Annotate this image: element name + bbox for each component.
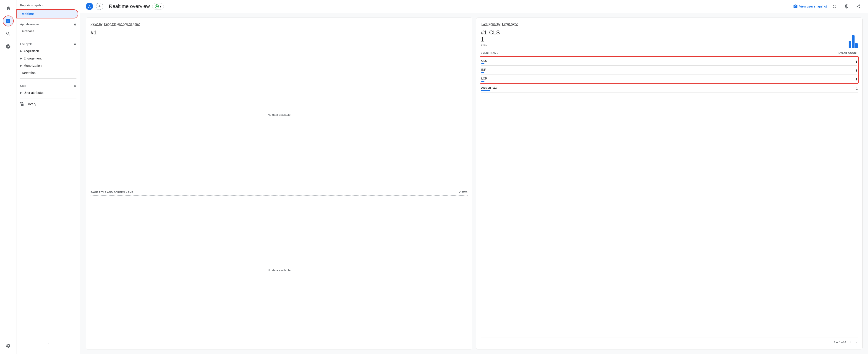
event-table-header: EVENT NAME EVENT COUNT [481,50,858,56]
settings-icon[interactable] [3,340,14,351]
engagement-arrow: ▶ [20,57,22,60]
event-col1-header: EVENT NAME [481,51,498,54]
event-row-inp[interactable]: INP 1 [481,66,857,74]
status-dot-inner [156,5,158,7]
audience-icon[interactable] [3,41,14,52]
views-col2-header: VIEWS [459,191,468,193]
library-label: Library [27,102,36,106]
event-card-title-row: Event count by Event name [481,22,858,26]
acquisition-arrow: ▶ [20,49,22,52]
lifecycle-chevron[interactable]: ∧ [73,41,76,46]
sidebar-section-user[interactable]: User ∧ [17,80,80,89]
sidebar-item-firebase[interactable]: Firebase [17,28,80,35]
event-col2-header: EVENT COUNT [839,51,858,54]
app-developer-chevron[interactable]: ∧ [73,22,76,27]
cls-count: 1 [856,60,857,63]
views-by-page-card: Views by Page title and screen name #1 -… [86,17,472,349]
cls-progress-bar [481,63,485,64]
views-no-data-center: No data available [268,113,290,116]
expand-icon-button[interactable] [831,2,839,10]
sidebar-item-retention[interactable]: Retention [17,69,80,76]
user-chevron[interactable]: ∧ [73,83,76,88]
event-row-cls[interactable]: CLS 1 [481,57,857,66]
inp-progress-bar [481,72,484,73]
event-chart [848,34,858,48]
highlighted-rows-box: CLS 1 INP 1 LCP [480,56,859,83]
reports-icon[interactable] [3,15,14,27]
sidebar-collapse-section: ‹ [17,338,80,350]
lcp-count: 1 [856,78,857,81]
sidebar-header: Reports snapshot [17,0,80,9]
topbar-right-actions: View user snapshot [793,2,863,10]
session-start-count: 1 [856,87,858,90]
home-icon[interactable] [3,3,14,14]
sidebar-section-lifecycle[interactable]: Life cycle ∧ [17,39,80,47]
topbar-divider [106,3,106,9]
page-title-text: Realtime overview [109,3,150,9]
event-rank-name: CLS [489,29,500,36]
views-title-part1: Views by [91,22,102,26]
user-label: User [20,84,26,87]
sidebar-item-engagement[interactable]: ▶ Engagement [17,55,80,62]
status-indicator [155,4,159,8]
page-title: Realtime overview ▾ [109,3,164,9]
pagination-label: 1 – 4 of 4 [834,341,846,344]
content-area: Views by Page title and screen name #1 -… [80,13,868,354]
add-comparison-button[interactable]: + [96,3,103,10]
snapshot-icon [793,4,798,9]
sidebar-section-app-developer[interactable]: App developer ∧ [17,19,80,28]
status-chevron: ▾ [160,5,161,8]
session-start-progress-bar [481,90,490,91]
monetization-arrow: ▶ [20,64,22,67]
engagement-label: Engagement [24,57,41,60]
app-developer-label: App developer [20,23,39,26]
event-count-card: Event count by Event name #1 CLS 1 25% [476,17,863,349]
status-dropdown[interactable]: ▾ [152,3,164,9]
sidebar-item-user-attributes[interactable]: ▶ User attributes [17,89,80,96]
chart-bar-1 [848,41,851,48]
sidebar-item-realtime[interactable]: Realtime [17,9,78,19]
sidebar: Reports snapshot Realtime App developer … [17,0,80,354]
acquisition-label: Acquisition [24,49,39,53]
pagination-next-button[interactable]: › [855,340,858,345]
event-title-part2[interactable]: Event name [502,22,518,26]
views-rank-label: #1 - [91,29,468,36]
user-avatar[interactable]: A [86,3,93,10]
event-title-part1: Event count by [481,22,500,26]
user-attributes-arrow: ▶ [20,91,22,94]
share-icon-button[interactable] [854,2,863,10]
lifecycle-label: Life cycle [20,42,32,46]
event-count-value: 1 [481,36,500,43]
views-col1-header: PAGE TITLE AND SCREEN NAME [91,191,133,193]
sidebar-item-library[interactable]: Library [17,100,80,108]
event-row-lcp[interactable]: LCP 1 [481,74,857,83]
main-content: A + Realtime overview ▾ View user snapsh… [80,0,868,354]
view-user-snapshot-label: View user snapshot [799,5,827,8]
event-row-session-start[interactable]: session_start 1 [481,83,858,93]
event-percent-label: 25% [481,43,500,47]
cls-name: CLS [481,59,487,62]
inp-count: 1 [856,69,857,72]
user-attributes-label: User attributes [24,91,44,95]
divider-2 [20,78,76,79]
event-pagination: 1 – 4 of 4 ‹ › [481,338,858,345]
topbar: A + Realtime overview ▾ View user snapsh… [80,0,868,13]
inp-name: INP [481,68,486,71]
pagination-prev-button[interactable]: ‹ [849,340,852,345]
search-explore-icon[interactable] [3,28,14,39]
views-sub-label: - [91,36,468,39]
compare-icon-button[interactable] [842,2,851,10]
session-start-name: session_start [481,86,498,89]
lcp-name: LCP [481,77,487,80]
views-table-header: PAGE TITLE AND SCREEN NAME VIEWS [91,189,468,196]
views-card-title-row: Views by Page title and screen name [91,22,468,26]
library-icon [20,102,24,106]
lcp-progress-bar [481,81,485,82]
collapse-sidebar-button[interactable]: ‹ [44,340,53,349]
icon-navigation [0,0,17,354]
views-title-part2[interactable]: Page title and screen name [104,22,140,26]
sidebar-item-monetization[interactable]: ▶ Monetization [17,62,80,69]
view-user-snapshot-button[interactable]: View user snapshot [793,4,827,9]
sidebar-item-acquisition[interactable]: ▶ Acquisition [17,47,80,55]
divider-1 [20,37,76,37]
